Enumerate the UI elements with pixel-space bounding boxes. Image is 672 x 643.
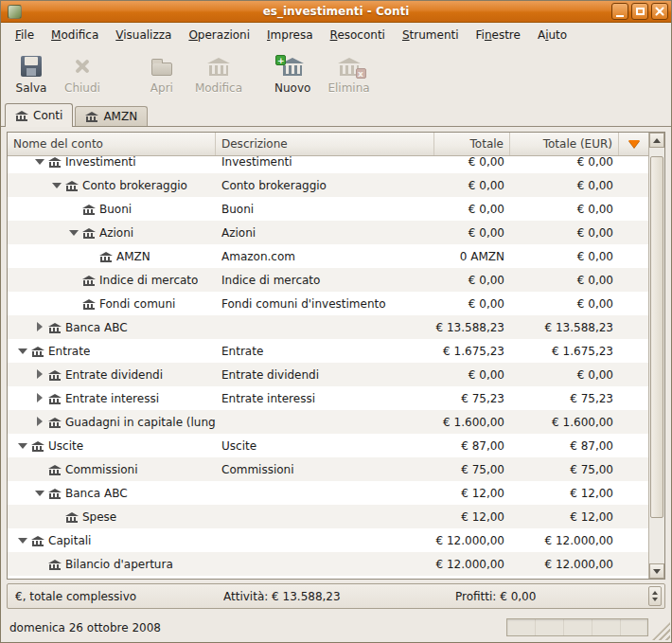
table-row[interactable]: Entrate interessi Entrate interessi € 75… [8,386,648,410]
tree-indent [8,421,33,422]
menu-visualizza[interactable]: Visualizza [107,25,180,45]
table-row[interactable]: Indice di mercato Indice di mercato € 0,… [8,268,648,292]
expander-icon [67,273,81,287]
scrollbar-thumb[interactable] [650,156,663,518]
column-header-description[interactable]: Descrizione [216,133,434,155]
account-total-eur: € 87,00 [510,439,619,453]
account-total-eur: € 1.600,00 [510,416,619,429]
maximize-button[interactable] [631,3,648,20]
table-row[interactable]: Uscite Uscite € 87,00 € 87,00 [8,434,648,457]
status-date: domenica 26 ottobre 2008 [9,621,503,634]
account-name: Investimenti [65,156,136,169]
toolbar-apri-button[interactable]: Apri [137,52,186,98]
tree-indent [8,563,33,564]
table-row[interactable]: Guadagni in capitale (lung € 1.600,00 € … [8,410,648,434]
account-name: Spese [82,510,116,524]
table-row[interactable]: Azioni Azioni € 0,00 € 0,00 [8,221,648,244]
menu-modifica[interactable]: Modifica [43,25,107,45]
expander-icon[interactable] [16,533,30,547]
column-header-account-name[interactable]: Nome del conto [8,133,216,155]
tree-indent [8,161,33,162]
window-titlebar[interactable]: es_investimenti - Conti [1,1,671,23]
summary-stepper[interactable] [648,586,662,606]
toolbar-button-label: Modifica [195,81,242,95]
scroll-up-button[interactable] [649,133,664,148]
column-header-sort[interactable] [619,133,648,155]
minimize-button[interactable] [611,3,628,20]
account-name: Buoni [99,203,132,216]
menu-operazioni[interactable]: Operazioni [180,25,258,45]
expander-icon[interactable] [16,438,30,453]
table-row[interactable]: Spese € 12,00 € 12,00 [8,505,648,528]
table-row[interactable]: Entrate Entrate € 1.675,23 € 1.675,23 [8,339,648,363]
sort-descending-icon [628,140,640,148]
table-row[interactable]: Banca ABC € 13.588,23 € 13.588,23 [8,315,648,339]
account-icon [31,441,44,452]
summary-assets: Attività: € 13.588,23 [223,590,455,603]
table-row[interactable]: AMZN Amazon.com 0 AMZN € 0,00 [8,244,648,268]
account-total-eur: € 0,00 [510,179,619,192]
expander-icon[interactable] [33,391,47,405]
tab-amzn[interactable]: AMZN [75,106,148,126]
account-name: Entrate dividendi [65,368,163,382]
account-total-eur: € 0,00 [510,226,619,240]
account-total: € 0,00 [434,179,510,192]
tree-indent [8,350,16,351]
resize-grip[interactable] [652,622,670,640]
table-row[interactable]: Entrate dividendi Entrate dividendi € 0,… [8,363,648,386]
account-description: Conto brokeraggio [216,179,434,192]
toolbar-nuovo-button[interactable]: +Nuovo [266,52,319,98]
account-total-eur: € 0,00 [510,156,619,169]
account-icon [82,228,96,239]
account-description: Uscite [216,439,434,453]
open-icon [151,55,172,78]
account-description: Entrate interessi [216,392,434,405]
toolbar-chiudi-button[interactable]: Chiudi [56,52,109,98]
table-row[interactable]: Conto brokeraggio Conto brokeraggio € 0,… [8,173,648,197]
table-row[interactable]: Investimenti Investimenti € 0,00 € 0,00 [8,156,648,173]
menu-file[interactable]: File [7,25,43,45]
expander-icon[interactable] [50,178,64,192]
toolbar-modifica-button[interactable]: Modifica [186,52,251,98]
account-icon [48,323,62,333]
tree-indent [8,374,33,375]
vertical-scrollbar[interactable] [648,133,664,579]
table-row[interactable]: Buoni Buoni € 0,00 € 0,00 [8,197,648,221]
menu-resoconti[interactable]: Resoconti [322,25,394,45]
column-header-total-eur[interactable]: Totale (EUR) [510,133,619,155]
expander-icon[interactable] [33,367,47,382]
close-icon [655,7,664,16]
close-button[interactable] [651,3,668,20]
expander-icon[interactable] [33,156,47,169]
menu-strumenti[interactable]: Strumenti [394,25,468,45]
tree-indent [8,492,33,493]
account-total-eur: € 12.000,00 [510,534,619,547]
table-row[interactable]: Banca ABC € 12,00 € 12,00 [8,481,648,505]
menu-aiuto[interactable]: Aiuto [529,25,575,45]
expander-icon[interactable] [33,486,47,500]
column-header-total[interactable]: Totale [434,133,510,155]
account-icon [99,252,113,262]
account-total: € 75,00 [434,463,510,476]
account-icon [31,536,44,546]
tree-indent [8,303,67,304]
toolbar-salva-button[interactable]: Salva [7,52,56,98]
scroll-down-button[interactable] [649,563,664,579]
table-row[interactable]: Capitali € 12.000,00 € 12.000,00 [8,528,648,552]
account-icon [31,347,44,357]
table-row[interactable]: Commissioni Commissioni € 75,00 € 75,00 [8,457,648,481]
table-row[interactable]: Fondi comuni Fondi comuni d'investimento… [8,292,648,315]
menu-finestre[interactable]: Finestre [468,25,529,45]
expander-icon[interactable] [33,415,47,429]
account-name: AMZN [116,250,150,263]
close-page-icon [73,55,92,78]
menu-impresa[interactable]: Impresa [258,25,322,45]
account-total: € 75,23 [434,392,510,405]
table-row[interactable]: Bilancio d'apertura € 12.000,00 € 12.000… [8,552,648,576]
tab-conti[interactable]: Conti [5,103,73,127]
toolbar-elimina-button[interactable]: xElimina [319,52,378,98]
expander-icon[interactable] [33,320,47,334]
expander-icon[interactable] [67,225,81,240]
expander-icon[interactable] [16,344,30,358]
scrollbar-track[interactable] [649,148,664,563]
